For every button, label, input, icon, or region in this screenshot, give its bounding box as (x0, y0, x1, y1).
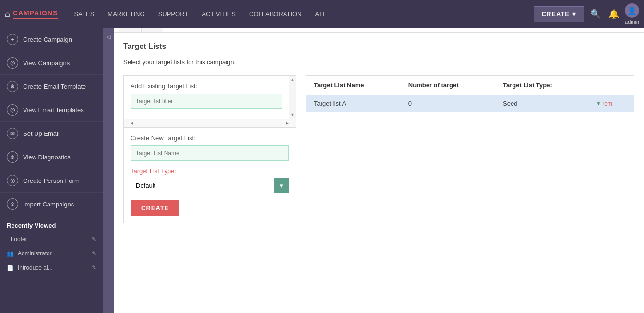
create-button-label: CREATE (542, 11, 570, 18)
admin-label: admin (625, 19, 639, 24)
recent-item-footer[interactable]: Footer ✎ (0, 232, 103, 246)
page-desc: Select your target lists for this campai… (123, 59, 634, 66)
target-list-table: Target List Name Number of target Target… (306, 76, 634, 112)
sidebar-icon-create-email-template: ⊕ (7, 81, 18, 92)
col-name: Target List Name (306, 76, 401, 95)
create-target-list-label: CREATE (141, 205, 169, 212)
tab-2[interactable] (141, 28, 163, 32)
nav-item-collaboration[interactable]: COLLABORATION (242, 0, 309, 28)
recent-item-introduce[interactable]: 📄 Introduce al... ✎ (0, 261, 103, 275)
search-icon[interactable]: 🔍 (588, 7, 603, 21)
type-label: Target List Type: (131, 168, 289, 175)
sidebar-label-create-person-form: Create Person Form (23, 177, 80, 184)
sidebar-item-setup-email[interactable]: ✉ Set Up Email (0, 122, 103, 145)
col-count: Number of target (401, 76, 495, 95)
sidebar-item-view-campaigns[interactable]: ◎ View Campaigns (0, 51, 103, 75)
sidebar: ＋ Create Campaign ◎ View Campaigns ⊕ Cre… (0, 28, 103, 313)
sidebar-item-import-campaigns[interactable]: ⊙ Import Campaigns (0, 193, 103, 216)
right-panel: Target List Name Number of target Target… (306, 75, 634, 223)
create-new-panel: Create New Target List: Target List Type… (124, 128, 296, 223)
app-body: ＋ Create Campaign ◎ View Campaigns ⊕ Cre… (0, 28, 644, 313)
create-chevron-icon: ▾ (572, 11, 576, 18)
scroll-right-icon[interactable]: ► (285, 120, 290, 126)
sidebar-label-view-campaigns: View Campaigns (23, 60, 70, 67)
recent-item-introduce-label: Introduce al... (18, 265, 53, 271)
nav-item-sales[interactable]: SALES (67, 0, 101, 28)
recently-viewed-heading: Recently Viewed (0, 216, 103, 232)
content-area: Target Lists Select your target lists fo… (114, 33, 644, 233)
recent-item-admin-icon: 👥 (7, 250, 14, 257)
nav-item-marketing[interactable]: MARKETING (101, 0, 151, 28)
edit-icon-admin[interactable]: ✎ (92, 250, 96, 257)
sidebar-toggle[interactable]: ◁ (103, 28, 114, 313)
scroll-up-icon[interactable]: ▲ (290, 77, 295, 82)
scroll-left-icon[interactable]: ◄ (130, 120, 134, 126)
sidebar-label-view-email-templates: View Email Templates (23, 107, 84, 114)
sidebar-icon-setup-email: ✉ (7, 128, 18, 139)
row-name: Target list A (306, 95, 401, 112)
nav-brand[interactable]: CAMPAIGNS (13, 9, 58, 19)
create-new-label: Create New Target List: (131, 134, 289, 142)
top-nav: ⌂ CAMPAIGNS SALES MARKETING SUPPORT ACTI… (0, 0, 644, 28)
remove-button[interactable]: ▼ rem (596, 100, 626, 107)
target-list-filter-input[interactable] (131, 94, 282, 109)
sidebar-item-create-campaign[interactable]: ＋ Create Campaign (0, 28, 103, 51)
sidebar-item-view-diagnostics[interactable]: ⊕ View Diagnostics (0, 145, 103, 169)
scroll-down-icon[interactable]: ▼ (290, 112, 295, 117)
table-row: Target list A 0 Seed ▼ rem (306, 95, 634, 112)
sidebar-label-create-campaign: Create Campaign (23, 36, 72, 43)
sidebar-icon-import-campaigns: ⊙ (7, 198, 18, 210)
nav-item-activities[interactable]: ACTIVITIES (195, 0, 242, 28)
sidebar-icon-create-campaign: ＋ (7, 34, 18, 45)
sidebar-icon-view-campaigns: ◎ (7, 57, 18, 69)
target-list-name-input[interactable] (131, 145, 289, 161)
sidebar-item-create-email-template[interactable]: ⊕ Create Email Template (0, 75, 103, 98)
sidebar-label-view-diagnostics: View Diagnostics (23, 154, 71, 161)
sidebar-toggle-icon: ◁ (107, 34, 111, 40)
nav-item-support[interactable]: SUPPORT (152, 0, 195, 28)
remove-icon: ▼ (596, 101, 601, 106)
home-icon[interactable]: ⌂ (5, 9, 10, 19)
create-button[interactable]: CREATE ▾ (534, 6, 584, 22)
col-type: Target List Type: (495, 76, 588, 95)
add-existing-label: Add Existing Target List: (131, 83, 282, 90)
edit-icon-introduce[interactable]: ✎ (92, 265, 96, 271)
recent-item-administrator[interactable]: 👥 Administrator ✎ (0, 246, 103, 261)
recent-item-admin-label: Administrator (18, 250, 52, 257)
tab-1[interactable] (119, 28, 140, 32)
sidebar-label-setup-email: Set Up Email (23, 130, 60, 137)
type-select[interactable]: Default Seed Exempt (131, 178, 289, 193)
sidebar-icon-create-person-form: ◎ (7, 175, 18, 186)
type-select-wrapper: Default Seed Exempt ▾ (131, 178, 289, 193)
nav-right: CREATE ▾ 🔍 🔔 👤 admin (534, 3, 639, 24)
two-panel: ▲ ▼ Add Existing Target List: ◄ ► (123, 75, 634, 223)
avatar: 👤 (625, 3, 639, 18)
nav-items: SALES MARKETING SUPPORT ACTIVITIES COLLA… (67, 0, 533, 28)
sidebar-icon-view-diagnostics: ⊕ (7, 151, 18, 163)
admin-area[interactable]: 👤 admin (625, 3, 639, 24)
nav-item-all[interactable]: ALL (309, 0, 333, 28)
col-action (588, 76, 634, 95)
remove-label: rem (602, 100, 612, 107)
recent-item-introduce-icon: 📄 (7, 265, 14, 271)
row-count: 0 (401, 95, 495, 112)
sidebar-item-view-email-templates[interactable]: ◎ View Email Templates (0, 98, 103, 122)
main-content: Target Lists Select your target lists fo… (114, 28, 644, 313)
sidebar-icon-view-email-templates: ◎ (7, 104, 18, 116)
sidebar-label-create-email-template: Create Email Template (23, 83, 86, 90)
sidebar-label-import-campaigns: Import Campaigns (23, 201, 74, 208)
bell-icon[interactable]: 🔔 (607, 7, 621, 21)
sidebar-item-create-person-form[interactable]: ◎ Create Person Form (0, 169, 103, 193)
row-type: Seed (495, 95, 588, 112)
left-panel: ▲ ▼ Add Existing Target List: ◄ ► (123, 75, 296, 223)
edit-icon-footer[interactable]: ✎ (92, 236, 96, 242)
page-title: Target Lists (123, 42, 634, 51)
create-target-list-button[interactable]: CREATE (131, 200, 179, 216)
recent-item-footer-label: Footer (11, 236, 27, 242)
